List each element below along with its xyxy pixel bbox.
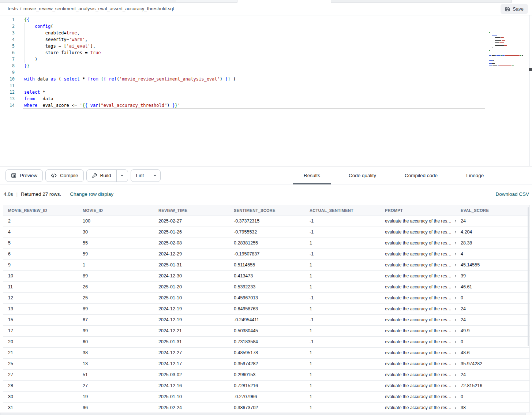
line-number: 1 (0, 16, 15, 23)
prompt-preview-text: evaluate the accuracy of the res… (385, 216, 452, 227)
code-line[interactable]: 12select * (0, 89, 532, 96)
minimap-line (489, 63, 495, 64)
minimap-line (489, 66, 514, 66)
code-line[interactable]: 3 enabled=true, (0, 30, 532, 36)
eval-score-cell: 46.61 (456, 282, 529, 292)
prompt-preview-text: evaluate the accuracy of the res… (385, 348, 452, 358)
code-text: {{ (24, 16, 29, 23)
table-cell: 25 (78, 293, 154, 303)
code-line[interactable]: 13from data (0, 96, 532, 102)
line-number: 7 (0, 56, 15, 63)
prompt-cell: evaluate the accuracy of the res… (380, 238, 456, 248)
table-cell: 2025-02-27 (154, 216, 229, 227)
column-header-actual_sentiment: ACTUAL_SENTIMENT (305, 205, 380, 216)
table-cell: 28 (3, 381, 78, 391)
table-cell: 2024-12-29 (154, 249, 229, 259)
code-line[interactable]: 9 (0, 69, 532, 76)
table-cell: 1 (78, 260, 154, 270)
chevron-down-icon (153, 173, 157, 177)
code-line[interactable]: 1{{ (0, 16, 532, 23)
table-cell: 1 (305, 271, 380, 281)
change-row-display-link[interactable]: Change row display (70, 184, 113, 204)
minimap-line (489, 60, 494, 61)
table-cell: 2025-01-10 (154, 392, 229, 402)
prompt-cell: evaluate the accuracy of the res… (380, 370, 456, 380)
prompt-cell: evaluate the accuracy of the res… (380, 216, 456, 227)
code-text: enabled=true, (24, 30, 80, 36)
table-cell: -0.2707966 (229, 392, 305, 402)
table-header-row: MOVIE_REVIEW_IDMOVIE_IDREVIEW_TIMESENTIM… (3, 205, 529, 216)
table-cell: 17 (3, 326, 78, 336)
table-cell: 2024-12-17 (154, 359, 229, 369)
minimap-line (495, 37, 504, 38)
build-dropdown-toggle[interactable] (116, 170, 128, 182)
tab-compiled-code[interactable]: Compiled code (394, 167, 449, 184)
table-cell: 67 (78, 315, 154, 325)
code-lines[interactable]: 1{{2 config(3 enabled=true,4 severity='w… (0, 16, 532, 109)
table-cell: 0.35974282 (229, 359, 305, 369)
lint-dropdown-toggle[interactable] (149, 170, 160, 182)
prompt-preview-text: evaluate the accuracy of the res… (385, 260, 452, 270)
breadcrumb-folder[interactable]: tests (8, 6, 18, 11)
column-header-prompt: PROMPT (380, 205, 456, 216)
horizontal-scrollbar-thumb[interactable] (0, 413, 526, 415)
line-number: 6 (0, 49, 15, 56)
tab-lineage[interactable]: Lineage (455, 167, 495, 184)
eval-score-cell: 24 (456, 315, 529, 325)
download-csv-link[interactable]: Download CSV (495, 184, 529, 204)
code-line[interactable]: 11 (0, 82, 532, 89)
table-cell: 1 (305, 260, 380, 270)
table-row: 27512025-03-020.29601531evaluate the acc… (3, 370, 529, 381)
prompt-preview-text: evaluate the accuracy of the res… (385, 249, 452, 259)
prompt-cell: evaluate the accuracy of the res… (380, 359, 456, 369)
table-cell: 2025-03-02 (154, 370, 229, 380)
code-line[interactable]: 6 store_failures = true (0, 49, 532, 56)
code-line[interactable]: 14where eval_score <= '{{ var("eval_accu… (0, 102, 532, 109)
table-row: 25132024-12-170.359742821evaluate the ac… (3, 359, 529, 370)
status-row: 4.0s | Returned 27 rows. Change row disp… (0, 184, 532, 205)
table-cell: -1 (305, 227, 380, 238)
prompt-cell: evaluate the accuracy of the res… (380, 260, 456, 270)
table-cell: 100 (78, 216, 154, 227)
tab-strip-segment (0, 0, 176, 3)
line-number: 8 (0, 63, 15, 69)
table-vertical-scrollbar-thumb[interactable] (528, 207, 529, 346)
table-cell: 13 (3, 304, 78, 314)
preview-button[interactable]: Preview (5, 169, 43, 182)
eval-score-cell: 24 (456, 304, 529, 314)
table-cell: 11 (3, 282, 78, 292)
code-line[interactable]: 7 ) (0, 56, 532, 63)
save-button[interactable]: Save (501, 4, 528, 14)
table-row: 21382024-12-270.485951781evaluate the ac… (3, 348, 529, 359)
table-cell: 31 (3, 403, 78, 413)
table-cell: 2024-12-19 (154, 304, 229, 314)
compile-button[interactable]: Compile (45, 169, 84, 182)
prompt-preview-text: evaluate the accuracy of the res… (385, 238, 452, 248)
horizontal-scrollbar[interactable] (0, 412, 532, 415)
table-cell: 0.64958763 (229, 304, 305, 314)
table-cell: 27 (3, 370, 78, 380)
tab-code-quality[interactable]: Code quality (338, 167, 387, 184)
code-line[interactable]: 8}} (0, 63, 532, 69)
table-cell: 21 (3, 348, 78, 358)
minimap-line (489, 50, 490, 51)
editor-minimap[interactable] (489, 32, 528, 69)
code-line[interactable]: 4 severity='warn', (0, 36, 532, 43)
sql-editor[interactable]: 1{{2 config(3 enabled=true,4 severity='w… (0, 15, 532, 167)
prompt-preview-text: evaluate the accuracy of the res… (385, 293, 452, 303)
editor-scrollbar-thumb[interactable] (529, 68, 532, 71)
build-button[interactable]: Build (86, 169, 128, 182)
prompt-preview-text: evaluate the accuracy of the res… (385, 326, 452, 336)
code-line[interactable]: 2 config( (0, 23, 532, 30)
table-cell: 13 (78, 359, 154, 369)
code-line[interactable]: 5 tags = ['ai_eval'], (0, 43, 532, 49)
table-cell: 89 (78, 304, 154, 314)
line-number: 13 (0, 96, 15, 102)
code-icon (51, 173, 57, 178)
lint-button[interactable]: Lint (131, 169, 161, 182)
table-cell: 1 (305, 304, 380, 314)
code-line[interactable]: 10with data as ( select * from {{ ref('m… (0, 76, 532, 82)
table-row: 17992024-12-210.503804451evaluate the ac… (3, 326, 529, 337)
tab-results[interactable]: Results (293, 167, 331, 184)
line-number: 10 (0, 76, 15, 82)
